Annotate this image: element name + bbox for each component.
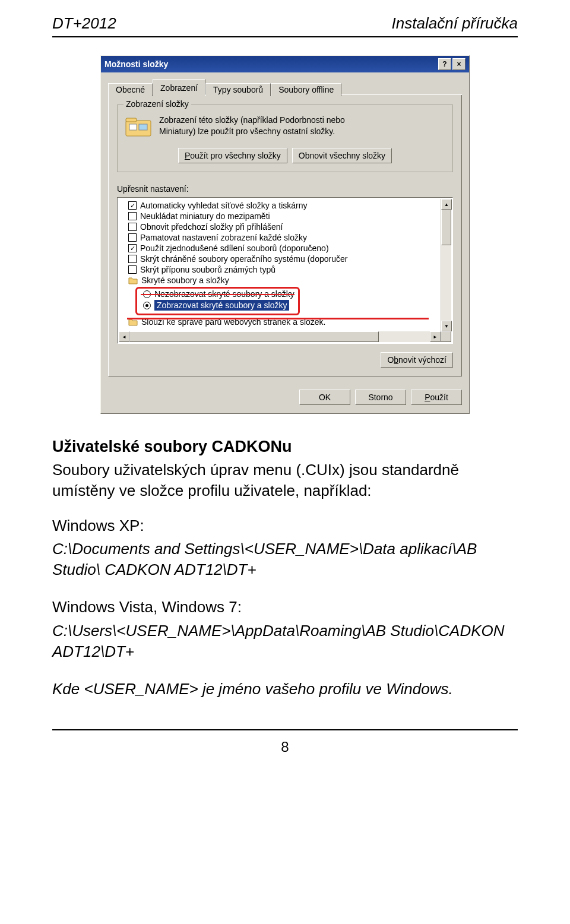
- tree-item-radio[interactable]: Nezobrazovat skryté soubory a složky: [141, 289, 294, 299]
- tabs: Obecné Zobrazení Typy souborů Soubory of…: [108, 78, 462, 95]
- scroll-thumb[interactable]: [129, 331, 379, 342]
- tree-item-radio-selected[interactable]: Zobrazovat skryté soubory a složky: [141, 299, 294, 311]
- checkbox-icon[interactable]: [128, 233, 137, 242]
- tree-item-folder[interactable]: Slouží ke správě párů webových stránek a…: [118, 317, 452, 327]
- tree-item-label: Skrýt chráněné soubory operačního systém…: [140, 254, 347, 264]
- apply-to-all-folders-button[interactable]: Použít pro všechny složky: [178, 148, 287, 163]
- checkbox-icon[interactable]: [128, 265, 137, 274]
- header-right: Instalační příručka: [392, 14, 518, 33]
- apply-button[interactable]: Použít: [411, 390, 462, 405]
- gb-text-line1: Zobrazení této složky (například Podorbn…: [159, 115, 345, 125]
- tab-filetypes[interactable]: Typy souborů: [205, 83, 271, 96]
- vertical-scrollbar[interactable]: ▲ ▼: [441, 199, 451, 331]
- doc-path-v7: C:\Users\<USER_NAME>\AppData\Roaming\AB …: [52, 621, 518, 662]
- titlebar-text: Možnosti složky: [104, 59, 168, 69]
- checkbox-icon[interactable]: [128, 223, 137, 231]
- svg-rect-3: [139, 124, 147, 130]
- groupbox-text: Zobrazení této složky (například Podorbn…: [159, 115, 345, 137]
- tree-item-label: Obnovit předchozí složky při přihlášení: [140, 222, 283, 232]
- footer-rule: [52, 729, 518, 730]
- tab-offline[interactable]: Soubory offline: [271, 83, 341, 96]
- tree-item[interactable]: ✓Použít zjednodušené sdílení souborů (do…: [118, 243, 452, 254]
- red-line: [127, 318, 429, 319]
- folder-options-icon: [125, 116, 152, 137]
- doc-winv7-label: Windows Vista, Windows 7:: [52, 597, 518, 618]
- radio-icon[interactable]: [143, 302, 151, 309]
- folder-icon: [128, 276, 138, 284]
- gb-text-line2: Miniatury) lze použít pro všechny ostatn…: [159, 126, 335, 136]
- header-rule: [52, 36, 518, 37]
- tree-item-label: Skrýt příponu souborů známých typů: [140, 265, 276, 274]
- checkbox-icon[interactable]: ✓: [128, 244, 137, 252]
- cancel-button[interactable]: Storno: [355, 390, 406, 405]
- ok-button[interactable]: OK: [299, 390, 350, 405]
- folder-options-dialog: Možnosti složky ? × Obecné Zobrazení Typ…: [100, 55, 470, 414]
- radio-icon[interactable]: [143, 290, 151, 298]
- scroll-left-icon[interactable]: ◄: [119, 331, 129, 342]
- scroll-down-icon[interactable]: ▼: [441, 321, 452, 331]
- header-left: DT+2012: [52, 14, 116, 33]
- tree-item-label: Skryté soubory a složky: [141, 276, 229, 285]
- groupbox-folder-view: Zobrazení složky: [117, 105, 453, 172]
- page-header: DT+2012 Instalační příručka: [52, 14, 518, 33]
- tree-item[interactable]: Skrýt chráněné soubory operačního systém…: [118, 254, 452, 264]
- scroll-right-icon[interactable]: ►: [430, 331, 441, 342]
- checkbox-icon[interactable]: [128, 255, 137, 263]
- highlight-red-box: Nezobrazovat skryté soubory a složky Zob…: [135, 287, 300, 315]
- dialog-bottom-buttons: OK Storno Použít: [101, 384, 469, 413]
- tree-item[interactable]: Pamatovat nastavení zobrazení každé slož…: [118, 232, 452, 243]
- tree-item-label: Nezobrazovat skryté soubory a složky: [154, 289, 294, 299]
- tree-item[interactable]: Neukládat miniatury do mezipaměti: [118, 211, 452, 221]
- tree-item-label: Zobrazovat skryté soubory a složky: [154, 300, 289, 311]
- restore-defaults-button[interactable]: Obnovit výchozí: [381, 352, 453, 368]
- tree-item[interactable]: ✓Automaticky vyhledat síťové složky a ti…: [118, 200, 452, 211]
- scroll-corner: [441, 331, 451, 342]
- checkbox-icon[interactable]: [128, 212, 137, 220]
- doc-note: Kde <USER_NAME> je jméno vašeho profilu …: [52, 679, 518, 700]
- doc-path-xp: C:\Documents and Settings\<USER_NAME>\Da…: [52, 539, 518, 580]
- doc-heading: Uživatelské soubory CADKONu: [52, 438, 518, 456]
- help-button[interactable]: ?: [438, 58, 451, 70]
- tree-item-label: Pamatovat nastavení zobrazení každé slož…: [140, 233, 307, 242]
- doc-paragraph-1: Soubory uživatelských úprav menu (.CUIx)…: [52, 460, 518, 501]
- tab-view[interactable]: Zobrazení: [153, 79, 205, 95]
- tree-item[interactable]: Obnovit předchozí složky při přihlášení: [118, 221, 452, 232]
- tab-general[interactable]: Obecné: [108, 83, 153, 96]
- tree-item-label: Automaticky vyhledat síťové složky a tis…: [140, 201, 307, 210]
- advanced-settings-tree[interactable]: ✓Automaticky vyhledat síťové složky a ti…: [117, 197, 453, 344]
- horizontal-scrollbar[interactable]: ◄ ►: [119, 331, 441, 342]
- reset-all-folders-button[interactable]: Obnovit všechny složky: [292, 148, 392, 163]
- titlebar: Možnosti složky ? ×: [101, 56, 469, 72]
- scroll-thumb[interactable]: [441, 210, 451, 245]
- tree-item[interactable]: Skrýt příponu souborů známých typů: [118, 264, 452, 275]
- svg-rect-2: [129, 124, 137, 130]
- svg-rect-1: [126, 118, 137, 122]
- btn-apply-all-rest: oužít pro všechny složky: [190, 151, 281, 160]
- tab-pane-view: Zobrazení složky: [108, 95, 462, 376]
- groupbox-title: Zobrazení složky: [124, 99, 191, 109]
- close-button[interactable]: ×: [452, 58, 466, 70]
- scroll-up-icon[interactable]: ▲: [441, 199, 452, 210]
- tree-item-label: Neukládat miniatury do mezipaměti: [140, 211, 270, 221]
- advanced-settings-label: Upřesnit nastavení:: [117, 184, 453, 194]
- tree-item-label: Použít zjednodušené sdílení souborů (dop…: [140, 243, 329, 253]
- checkbox-icon[interactable]: ✓: [128, 201, 137, 210]
- tree-item-folder[interactable]: Skryté soubory a složky: [118, 275, 452, 286]
- page-number: 8: [52, 739, 518, 755]
- doc-winxp-label: Windows XP:: [52, 515, 518, 536]
